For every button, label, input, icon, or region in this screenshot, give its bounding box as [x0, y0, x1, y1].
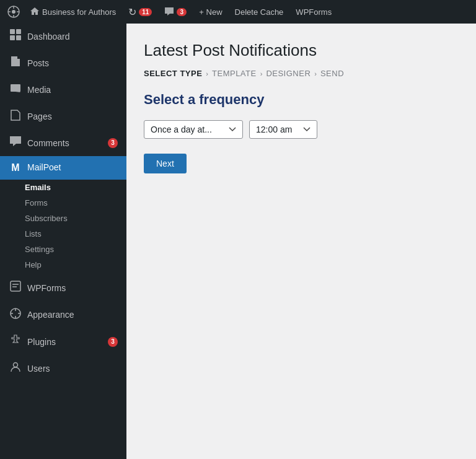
- breadcrumb-sep-2: ›: [260, 70, 263, 77]
- wpforms-sidebar-label: WPForms: [27, 282, 118, 295]
- appearance-label: Appearance: [27, 309, 118, 321]
- updates-icon: ↻: [128, 6, 136, 18]
- mailpoet-label: MailPoet: [27, 162, 118, 174]
- sidebar-sub-subscribers[interactable]: Subscribers: [0, 211, 126, 226]
- page-title: Latest Post Notifications: [144, 41, 459, 60]
- wpforms-adminbar-label: WPForms: [296, 7, 332, 17]
- dashboard-label: Dashboard: [27, 31, 118, 43]
- breadcrumb-step4: SEND: [320, 69, 344, 78]
- delete-cache-item[interactable]: Delete Cache: [230, 0, 289, 24]
- section-title: Select a frequency: [144, 92, 459, 108]
- main-wrap: Dashboard Posts Media Pages Comments: [0, 24, 476, 459]
- sidebar-item-wpforms[interactable]: WPForms: [0, 275, 126, 302]
- media-label: Media: [27, 84, 118, 97]
- svg-rect-12: [11, 281, 20, 291]
- sidebar-item-mailpoet[interactable]: M MailPoet: [0, 156, 126, 180]
- svg-rect-7: [16, 29, 21, 34]
- sidebar-sub-help[interactable]: Help: [0, 257, 126, 273]
- sidebar-item-pages[interactable]: Pages: [0, 104, 126, 131]
- media-icon: [9, 82, 22, 98]
- sidebar-item-media[interactable]: Media: [0, 77, 126, 103]
- content-area: Latest Post Notifications SELECT TYPE › …: [126, 24, 476, 459]
- sidebar-sub-settings[interactable]: Settings: [0, 242, 126, 257]
- sidebar-sub-forms[interactable]: Forms: [0, 195, 126, 211]
- breadcrumb: SELECT TYPE › TEMPLATE › DESIGNER › SEND: [144, 69, 459, 78]
- sidebar-item-plugins[interactable]: Plugins 3: [0, 329, 126, 356]
- pages-icon: [9, 109, 22, 126]
- time-select[interactable]: 12:00 am 1:00 am 2:00 am 6:00 am 12:00 p…: [249, 120, 317, 139]
- comments-sidebar-icon: [9, 136, 22, 151]
- posts-icon: [9, 55, 22, 72]
- plugins-label: Plugins: [27, 336, 103, 349]
- sidebar-sub-emails[interactable]: Emails: [0, 180, 126, 195]
- admin-bar: Business for Authors ↻ 11 3 + New Delete…: [0, 0, 476, 24]
- sidebar-item-appearance[interactable]: Appearance: [0, 302, 126, 329]
- breadcrumb-step1: SELECT TYPE: [144, 69, 202, 78]
- sidebar-item-comments[interactable]: Comments 3: [0, 131, 126, 156]
- plugins-icon: [9, 334, 22, 351]
- users-icon: [9, 361, 22, 377]
- site-name-label: Business for Authors: [42, 7, 116, 17]
- comments-sidebar-label: Comments: [27, 138, 103, 150]
- frequency-select[interactable]: Once a day at... Twice a day Once a week…: [144, 120, 243, 139]
- site-name-item[interactable]: Business for Authors: [25, 0, 121, 24]
- appearance-icon: [9, 307, 22, 324]
- breadcrumb-step2: TEMPLATE: [212, 69, 257, 78]
- svg-point-11: [12, 86, 15, 89]
- sidebar-sub-lists[interactable]: Lists: [0, 226, 126, 242]
- updates-badge: 11: [139, 8, 152, 16]
- breadcrumb-sep-3: ›: [314, 70, 317, 77]
- breadcrumb-sep-1: ›: [206, 70, 208, 77]
- next-button[interactable]: Next: [144, 154, 187, 173]
- comments-badge: 3: [177, 8, 187, 16]
- new-label: + New: [199, 7, 222, 17]
- plugins-badge: 3: [108, 337, 118, 347]
- updates-item[interactable]: ↻ 11: [123, 0, 157, 24]
- svg-rect-6: [10, 29, 15, 34]
- mailpoet-icon: M: [9, 161, 22, 175]
- comments-icon: [164, 7, 174, 17]
- breadcrumb-step3: DESIGNER: [266, 69, 311, 78]
- dashboard-icon: [9, 28, 22, 45]
- frequency-row: Once a day at... Twice a day Once a week…: [144, 120, 459, 139]
- comments-item[interactable]: 3: [159, 0, 192, 24]
- wpforms-adminbar-item[interactable]: WPForms: [291, 0, 337, 24]
- home-icon: [30, 7, 40, 17]
- svg-rect-8: [10, 35, 15, 40]
- delete-cache-label: Delete Cache: [235, 7, 284, 17]
- wpforms-icon: [9, 280, 22, 297]
- sidebar-item-users[interactable]: Users: [0, 356, 126, 382]
- users-label: Users: [27, 363, 118, 375]
- pages-label: Pages: [27, 111, 118, 123]
- new-item[interactable]: + New: [194, 0, 227, 24]
- wp-logo-icon[interactable]: [5, 0, 22, 24]
- sidebar-item-posts[interactable]: Posts: [0, 50, 126, 77]
- svg-point-1: [12, 10, 15, 14]
- comments-sidebar-badge: 3: [108, 138, 118, 148]
- sidebar-item-dashboard[interactable]: Dashboard: [0, 24, 126, 50]
- svg-rect-9: [16, 35, 21, 40]
- posts-label: Posts: [27, 58, 118, 70]
- sidebar: Dashboard Posts Media Pages Comments: [0, 24, 126, 459]
- svg-point-15: [14, 362, 18, 367]
